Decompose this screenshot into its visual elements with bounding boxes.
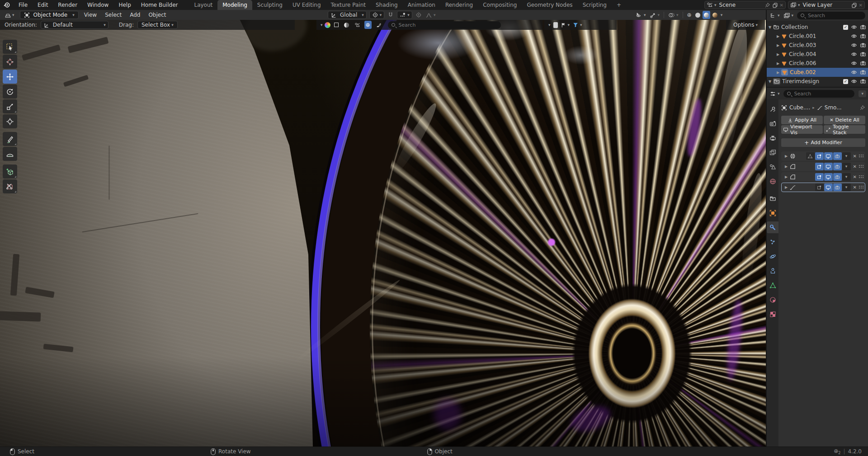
snap-toggle[interactable] xyxy=(386,11,395,19)
camera-visibility-icon[interactable] xyxy=(860,51,866,57)
tab-shading[interactable]: Shading xyxy=(371,0,403,10)
menu-help[interactable]: Help xyxy=(113,0,136,10)
measure-tool[interactable] xyxy=(3,147,17,161)
eye-icon[interactable] xyxy=(851,24,857,30)
remove-modifier-icon[interactable]: ✕ xyxy=(853,164,857,169)
toggle-stack-button[interactable]: Toggle Stack xyxy=(824,125,865,134)
proportional-editing-toggle[interactable] xyxy=(414,11,423,19)
camera-visibility-icon[interactable] xyxy=(860,33,866,39)
camera-visibility-icon[interactable] xyxy=(860,42,866,48)
options-dropdown[interactable]: Options ▾ xyxy=(726,20,765,30)
scale-tool[interactable] xyxy=(3,99,17,113)
chevron-right-icon[interactable]: ▶ xyxy=(775,34,781,38)
add-cube-tool[interactable] xyxy=(3,165,17,179)
on-cage-toggle[interactable] xyxy=(806,152,815,160)
tab-scripting[interactable]: Scripting xyxy=(578,0,612,10)
apply-all-button[interactable]: Apply All xyxy=(781,116,823,124)
camera-visibility-icon[interactable] xyxy=(860,78,866,85)
outliner-row-circle004[interactable]: ▶ Circle.004 xyxy=(767,50,868,59)
tab-texture-paint[interactable]: Texture Paint xyxy=(326,0,371,10)
tab-layout[interactable]: Layout xyxy=(189,0,217,10)
menu-edit[interactable]: Edit xyxy=(33,0,53,10)
close-icon[interactable]: ✕ xyxy=(859,3,863,8)
rotate-tool[interactable] xyxy=(3,85,17,99)
render-toggle[interactable] xyxy=(833,173,842,181)
drag-dropdown[interactable]: Select Box ▾ xyxy=(137,21,178,29)
filter-dropdown[interactable]: ▾ xyxy=(572,22,582,28)
chevron-right-icon[interactable]: ▶ xyxy=(775,71,781,75)
outliner-display-mode-dropdown[interactable]: ▾ xyxy=(769,12,781,19)
modifier-extras-dropdown[interactable]: ▾ xyxy=(842,173,851,181)
display-solid-button[interactable] xyxy=(333,21,340,29)
transform-tool[interactable] xyxy=(3,114,17,128)
render-toggle[interactable] xyxy=(833,152,842,160)
viewport-search-input[interactable] xyxy=(398,22,497,28)
chevron-right-icon[interactable]: ▶ xyxy=(775,61,781,66)
pin-icon[interactable] xyxy=(859,105,865,111)
trim-tool[interactable] xyxy=(3,179,17,193)
move-tool[interactable] xyxy=(3,70,17,84)
drag-handle[interactable] xyxy=(859,154,863,158)
outliner-row-cube002[interactable]: ▶ Cube.002 xyxy=(767,68,868,77)
tab-rendering[interactable]: Rendering xyxy=(440,0,478,10)
breadcrumb-object[interactable]: Cube.... xyxy=(789,104,810,111)
chevron-right-icon[interactable]: ▶ xyxy=(775,43,781,47)
editor-type-dropdown[interactable]: ▾ xyxy=(3,11,16,19)
properties-search-input[interactable] xyxy=(793,90,851,97)
outliner-filter-dropdown[interactable]: ▾ xyxy=(783,12,794,19)
realtime-toggle[interactable] xyxy=(824,163,833,170)
menu-add[interactable]: Add xyxy=(126,12,144,18)
properties-search[interactable] xyxy=(783,90,855,98)
menu-view[interactable]: View xyxy=(80,12,101,18)
outliner-search[interactable] xyxy=(797,12,865,19)
tab-modeling[interactable]: Modeling xyxy=(217,0,252,10)
breadcrumb-modifier[interactable]: Smo... xyxy=(825,104,842,111)
tab-physics[interactable] xyxy=(767,250,778,262)
eye-icon[interactable] xyxy=(851,51,857,57)
tab-scene[interactable] xyxy=(767,161,778,173)
tab-tool[interactable] xyxy=(767,103,778,115)
tab-object[interactable] xyxy=(767,207,778,219)
display-material-button[interactable] xyxy=(343,21,350,29)
properties-options-dropdown[interactable]: ▾ xyxy=(859,90,866,97)
network-icon[interactable]: ⊕2 xyxy=(834,448,840,455)
drag-handle[interactable] xyxy=(859,175,863,179)
outliner-row-collection[interactable]: ▼ Collection ✓ xyxy=(767,23,868,32)
collection-checkbox[interactable]: ✓ xyxy=(843,79,848,84)
menu-window[interactable]: Window xyxy=(82,0,113,10)
orientation-dropdown[interactable]: Default ▾ xyxy=(41,21,108,29)
eye-icon[interactable] xyxy=(851,42,857,48)
chevron-down-icon[interactable]: ▼ xyxy=(767,25,773,29)
camera-visibility-icon[interactable] xyxy=(860,24,866,30)
modifier-row-mirror[interactable]: ▶ ▾ ✕ xyxy=(781,151,865,161)
chevron-down-icon[interactable]: ▼ xyxy=(767,80,773,84)
new-scene-icon[interactable] xyxy=(772,2,778,8)
eye-icon[interactable] xyxy=(851,33,857,39)
tab-render[interactable] xyxy=(767,118,778,129)
new-view-layer-icon[interactable] xyxy=(851,2,857,8)
modifier-row-bevel-2[interactable]: ▶ ▾ ✕ xyxy=(781,172,865,182)
camera-visibility-icon[interactable] xyxy=(860,69,866,75)
viewport-search[interactable] xyxy=(388,21,501,29)
shading-solid-button[interactable] xyxy=(694,11,702,19)
paint-brush-button[interactable] xyxy=(374,21,383,29)
scene-selector-box[interactable]: ▾ Scene ✕ xyxy=(704,1,786,9)
tab-compositing[interactable]: Compositing xyxy=(478,0,522,10)
tab-world[interactable] xyxy=(767,175,778,187)
realtime-toggle[interactable] xyxy=(824,173,833,181)
drag-handle[interactable] xyxy=(859,185,863,189)
chevron-right-icon[interactable]: ▶ xyxy=(783,185,789,189)
pivot-point-dropdown[interactable]: ▾ xyxy=(369,11,385,19)
menu-file[interactable]: File xyxy=(14,0,33,10)
modifier-extras-dropdown[interactable]: ▾ xyxy=(842,152,851,160)
chevron-right-icon[interactable]: ▶ xyxy=(775,52,781,56)
tab-material[interactable] xyxy=(767,294,778,306)
chevron-down-icon[interactable]: ▾ xyxy=(321,23,323,27)
tab-modifiers[interactable] xyxy=(767,221,778,233)
tab-view-layer[interactable] xyxy=(767,146,778,158)
modifier-extras-dropdown[interactable]: ▾ xyxy=(842,183,851,191)
modifier-row-smooth[interactable]: ▶ ▾ ✕ xyxy=(781,183,865,192)
realtime-toggle[interactable] xyxy=(824,183,833,191)
tab-animation[interactable]: Animation xyxy=(403,0,440,10)
edit-mode-toggle[interactable] xyxy=(815,183,824,191)
